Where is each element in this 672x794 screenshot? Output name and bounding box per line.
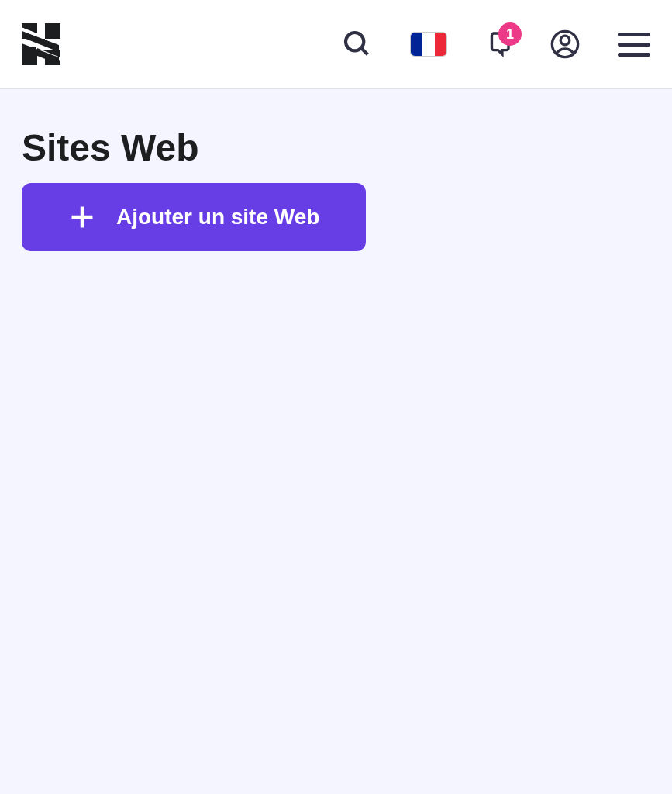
app-header: 1 [0,0,672,89]
menu-icon[interactable] [618,33,650,57]
page-title: Sites Web [22,126,650,169]
svg-line-7 [361,48,367,54]
hostinger-logo[interactable] [22,23,60,65]
svg-marker-0 [22,23,36,33]
add-website-button[interactable]: Ajouter un site Web [22,183,366,251]
plus-icon [68,203,96,231]
account-icon[interactable] [550,29,581,60]
notification-badge: 1 [498,22,522,46]
svg-point-9 [560,36,570,45]
add-button-label: Ajouter un site Web [116,205,319,230]
language-flag-fr[interactable] [410,32,447,57]
search-icon[interactable] [342,29,373,60]
main-content: Sites Web Ajouter un site Web Wordpress … [0,89,672,267]
svg-point-6 [346,33,364,50]
notification-icon[interactable]: 1 [484,30,512,58]
